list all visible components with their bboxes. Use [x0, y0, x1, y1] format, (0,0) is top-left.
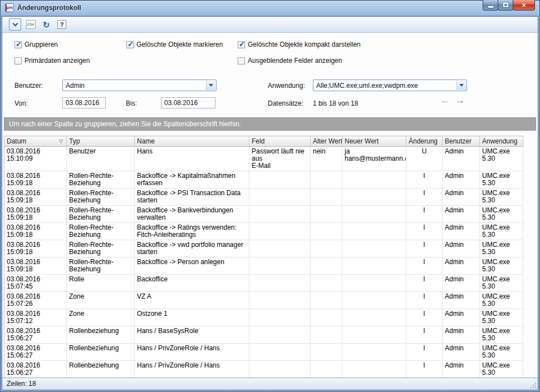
table-row[interactable]: 03.08.2016 15:06:27 Rollenbeziehung Hans… — [4, 344, 523, 361]
table-row[interactable]: 03.08.2016 15:06:27 Rollenbeziehung Hans… — [4, 326, 523, 344]
checkbox-geloeschte-objekte-markieren[interactable]: Gelöschte Objekte markieren — [126, 41, 223, 48]
column-header-alter-wert[interactable]: Alter Wert — [311, 136, 342, 147]
cell-neuer-wert — [342, 188, 406, 206]
resize-grip[interactable] — [530, 382, 537, 389]
cell-benutzer: Admin — [443, 361, 480, 378]
cell-benutzer: Admin — [443, 240, 480, 257]
cell-name: Backoffice -> vwd portfolio manager star… — [135, 240, 249, 257]
column-header-name[interactable]: Name — [135, 136, 249, 147]
table-row[interactable]: 03.08.2016 15:09:18 Rollen-Rechte-Bezieh… — [4, 240, 523, 257]
help-button[interactable]: ? — [56, 18, 68, 31]
cell-alter-wert — [311, 361, 342, 378]
cell-datum: 03.08.2016 15:06:27 — [4, 344, 67, 361]
close-icon: × — [522, 2, 526, 9]
checkbox-gruppieren[interactable]: Gruppieren — [14, 41, 58, 48]
cell-alter-wert — [311, 344, 342, 361]
csv-export-icon: CSV — [26, 20, 36, 29]
column-header-label: Benutzer — [445, 137, 472, 145]
cell-datum: 03.08.2016 15:09:18 — [4, 188, 67, 206]
cell-neuer-wert: ja hans@mustermann.de — [342, 147, 406, 171]
cell-typ: Rollen-Rechte-Beziehung — [67, 257, 135, 275]
content-area: Gruppieren Gelöschte Objekte markieren G… — [2, 33, 538, 378]
column-header-typ[interactable]: Typ — [67, 136, 135, 147]
close-button[interactable]: × — [513, 0, 535, 11]
help-icon: ? — [57, 20, 66, 29]
cell-name: Hans / PrivZoneRole / Hans — [135, 344, 249, 361]
toolbar: CSV ↻ ? — [2, 17, 538, 33]
von-label: Von: — [14, 100, 28, 107]
cell-anwendung: UMC.exe 5.30 — [480, 344, 523, 361]
table-row[interactable]: 03.08.2016 15:07:12 Zone Ostzone 1 I Adm… — [4, 309, 523, 326]
window-title: Änderungsprotokoll — [17, 4, 81, 12]
status-bar: Zeilen: 18 — [2, 378, 538, 390]
cell-feld — [249, 344, 311, 361]
cell-feld — [249, 361, 311, 378]
cell-anwendung: UMC.exe 5.30 — [480, 326, 523, 344]
cell-benutzer: Admin — [443, 147, 480, 171]
cell-datum: 03.08.2016 15:07:45 — [4, 275, 67, 292]
group-by-drop-zone[interactable]: Um nach einer Spalte zu gruppieren, zieh… — [4, 117, 536, 131]
cell-name: Backoffice -> Kapitalmaßnahmen erfassen — [135, 171, 249, 188]
export-csv-button[interactable]: CSV — [24, 18, 37, 31]
cell-feld: Passwort läuft nie aus E-Mail — [249, 147, 311, 171]
chevron-down-icon[interactable] — [456, 81, 466, 90]
chevron-down-icon[interactable] — [206, 81, 215, 90]
checkbox-label: Ausgeblendete Felder anzeigen — [248, 57, 342, 64]
cell-alter-wert — [311, 326, 342, 344]
cell-anwendung: UMC.exe 5.30 — [480, 147, 523, 171]
cell-anwendung: UMC.exe 5.30 — [480, 292, 523, 309]
cell-name: Backoffice -> Bankverbindungen verwalten — [135, 206, 249, 223]
cell-datum: 03.08.2016 15:09:18 — [4, 206, 67, 223]
column-header-feld[interactable]: Feld — [249, 136, 311, 147]
cell-typ: Zone — [67, 309, 135, 326]
cell-benutzer: Admin — [443, 257, 480, 275]
benutzer-select[interactable]: Admin — [62, 80, 217, 91]
bis-label: Bis: — [126, 100, 137, 107]
collapse-filter-panel-button[interactable] — [9, 18, 21, 31]
cell-anwendung: UMC.exe 5.30 — [480, 361, 523, 378]
cell-datum: 03.08.2016 15:07:26 — [4, 292, 67, 309]
minimize-button[interactable] — [483, 0, 498, 11]
table-row[interactable]: 03.08.2016 15:06:27 Rollenbeziehung Hans… — [4, 361, 523, 378]
cell-aenderung: I — [406, 240, 443, 257]
table-row[interactable]: 03.08.2016 15:07:26 Zone VZ A I Admin UM… — [4, 292, 523, 309]
cell-typ: Rollen-Rechte-Beziehung — [67, 223, 135, 240]
table-row[interactable]: 03.08.2016 15:09:18 Rollen-Rechte-Bezieh… — [4, 171, 523, 188]
cell-anwendung: UMC.exe 5.30 — [480, 223, 523, 240]
cell-benutzer: Admin — [443, 206, 480, 223]
table-row[interactable]: 03.08.2016 15:10:09 Benutzer Hans Passwo… — [4, 147, 523, 171]
previous-page-button[interactable]: ← — [440, 95, 450, 105]
dropdown-triangle-icon — [209, 84, 213, 89]
table-row[interactable]: 03.08.2016 15:09:18 Rollen-Rechte-Bezieh… — [4, 206, 523, 223]
cell-datum: 03.08.2016 15:09:18 — [4, 257, 67, 275]
checkbox-geloeschte-objekte-kompakt[interactable]: Gelöschte Objekte kompakt darstellen — [238, 41, 361, 48]
cell-feld — [249, 292, 311, 309]
aenderungsprotokoll-window: pm Änderungsprotokoll × CSV ↻ ? Gruppier… — [0, 0, 540, 392]
refresh-button[interactable]: ↻ — [40, 18, 52, 31]
filter-panel: Gruppieren Gelöschte Objekte markieren G… — [2, 33, 538, 117]
column-header-anwendung[interactable]: Anwendung — [480, 136, 523, 147]
title-bar[interactable]: pm Änderungsprotokoll × — [0, 0, 540, 16]
cell-anwendung: UMC.exe 5.30 — [480, 188, 523, 206]
anwendung-select[interactable]: Alle;UMC.exe;uml.exe;vwdpm.exe — [313, 80, 467, 91]
table-row[interactable]: 03.08.2016 15:09:18 Rollen-Rechte-Bezieh… — [4, 257, 523, 275]
cell-neuer-wert — [342, 309, 406, 326]
column-header-aenderung[interactable]: Änderung — [406, 136, 443, 147]
cell-datum: 03.08.2016 15:06:27 — [4, 326, 67, 344]
table-row[interactable]: 03.08.2016 15:07:45 Rolle Backoffice I A… — [4, 275, 523, 292]
cell-alter-wert: nein — [311, 147, 342, 171]
column-header-neuer-wert[interactable]: Neuer Wert — [342, 136, 406, 147]
cell-typ: Zone — [67, 292, 135, 309]
maximize-button[interactable] — [498, 0, 513, 11]
bis-date-input[interactable]: 03.08.2016 — [161, 97, 215, 108]
checkbox-primaerdaten-anzeigen[interactable]: Primärdaten anzeigen — [14, 57, 90, 64]
cell-name: Hans / BaseSysRole — [135, 326, 249, 344]
von-date-input[interactable]: 03.08.2016 — [62, 97, 106, 108]
checkbox-ausgeblendete-felder-anzeigen[interactable]: Ausgeblendete Felder anzeigen — [238, 57, 342, 64]
table-row[interactable]: 03.08.2016 15:09:18 Rollen-Rechte-Bezieh… — [4, 188, 523, 206]
table-row[interactable]: 03.08.2016 15:09:18 Rollen-Rechte-Bezieh… — [4, 223, 523, 240]
cell-alter-wert — [311, 240, 342, 257]
column-header-datum[interactable]: ▽Datum — [4, 136, 67, 147]
column-header-benutzer[interactable]: Benutzer — [443, 136, 480, 147]
next-page-button[interactable]: → — [455, 95, 465, 105]
